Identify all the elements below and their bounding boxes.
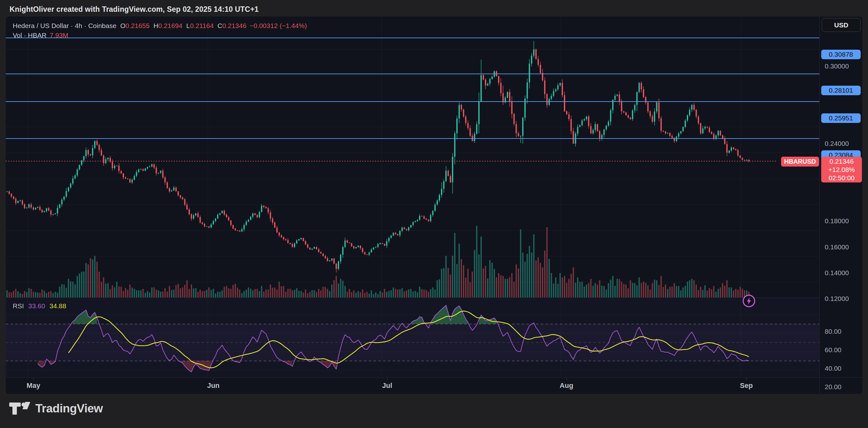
- attribution-text: KnightOliver created with TradingView.co…: [9, 5, 258, 14]
- month-tick: [213, 378, 214, 380]
- level-label-1: 0.30878: [821, 50, 861, 59]
- chart-panel: Hedera / US Dollar · 4h · Coinbase O0.21…: [6, 17, 862, 394]
- ohlc-high: H0.21694: [153, 22, 182, 30]
- tradingview-logo-icon[interactable]: [9, 402, 30, 415]
- symbol-title[interactable]: Hedera / US Dollar · 4h · Coinbase: [13, 22, 117, 30]
- rsi-ma-value: 34.88: [50, 302, 66, 310]
- level-label-2: 0.28101: [821, 86, 861, 95]
- time-axis[interactable]: May Jun Jul Aug Sep: [6, 377, 862, 394]
- lightning-icon: [742, 294, 756, 308]
- month-label-sep: Sep: [740, 381, 753, 390]
- last-price-box: 0.21346 +12.08% 02:50:00: [821, 157, 862, 182]
- rsi-tick: 40.00: [825, 365, 842, 372]
- currency-toggle-button[interactable]: USD: [822, 18, 861, 32]
- rsi-tick: 60.00: [825, 346, 842, 354]
- month-label-aug: Aug: [560, 381, 574, 390]
- axis-separator: [819, 378, 819, 394]
- volume-label[interactable]: Vol · HBAR: [13, 32, 46, 39]
- rsi-tick: 20.00: [825, 383, 842, 391]
- price-tick: 0.18000: [825, 217, 849, 225]
- month-label-jul: Jul: [382, 381, 392, 390]
- month-tick: [33, 378, 34, 380]
- month-tick: [746, 378, 747, 380]
- price-tick: 0.30000: [825, 62, 849, 70]
- last-price-symbol-tag: HBARUSD: [781, 157, 819, 166]
- last-price: 0.21346: [830, 157, 854, 165]
- last-change-pct: +12.08%: [828, 165, 855, 174]
- price-tick: 0.16000: [825, 243, 849, 251]
- price-change: −0.00312 (−1.44%): [250, 22, 307, 30]
- rsi-label[interactable]: RSI: [13, 302, 24, 310]
- month-label-may: May: [27, 381, 40, 390]
- ohlc-low: L0.21164: [186, 22, 214, 30]
- price-tick: 0.12000: [825, 295, 849, 303]
- price-scale[interactable]: USD 0.30878 0.28101 0.25951 0.23084 0.30…: [819, 17, 862, 377]
- level-label-3: 0.25951: [821, 113, 861, 123]
- rsi-tick: 80.00: [825, 328, 842, 335]
- instant-trading-button[interactable]: [742, 294, 756, 308]
- volume-value: 7.93M: [50, 32, 68, 39]
- month-tick: [387, 378, 388, 380]
- ohlc-close: C0.21346: [217, 22, 246, 30]
- month-label-jun: Jun: [207, 381, 219, 390]
- price-tick: 0.14000: [825, 269, 849, 277]
- bar-countdown: 02:50:00: [829, 174, 855, 182]
- price-chart-canvas[interactable]: [6, 17, 819, 377]
- chart-legend: Hedera / US Dollar · 4h · Coinbase O0.21…: [13, 21, 307, 40]
- month-tick: [566, 378, 567, 380]
- rsi-value: 33.60: [28, 302, 45, 310]
- rsi-legend: RSI 33.60 34.88: [13, 302, 66, 310]
- ohlc-open: O0.21655: [120, 22, 150, 30]
- price-tick: 0.24000: [825, 140, 849, 148]
- tradingview-wordmark[interactable]: TradingView: [35, 402, 103, 415]
- footer: TradingView: [9, 402, 103, 415]
- tradingview-screenshot: KnightOliver created with TradingView.co…: [0, 0, 868, 428]
